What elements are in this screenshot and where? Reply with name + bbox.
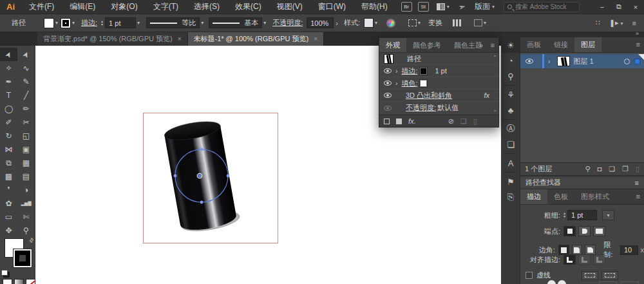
stroke-width-field[interactable]: 1 pt <box>105 17 136 28</box>
free-transform-tool[interactable]: ▣ <box>17 142 35 156</box>
align-center-button[interactable] <box>564 254 576 265</box>
target-circle-icon[interactable] <box>624 59 630 64</box>
graph-tool[interactable]: ▂▅▇ <box>17 196 35 210</box>
chevron-down-icon[interactable]: ▾ <box>201 20 204 26</box>
blend-tool[interactable]: ◑ <box>17 183 35 196</box>
stroke-tab-1[interactable]: 色板 <box>547 189 574 204</box>
chevron-down-icon[interactable]: ▾ <box>263 20 266 26</box>
clear-appearance-icon[interactable]: ⊘ <box>448 117 454 126</box>
recolor-artwork-icon[interactable] <box>386 19 395 28</box>
appearance-opacity-row[interactable]: 不透明度: 默认值 ⌄ <box>379 102 498 114</box>
limit-field[interactable]: 10 <box>620 245 638 255</box>
scroll-down-icon[interactable]: ⌄ <box>493 107 497 113</box>
collapse-panel-icon[interactable]: » <box>479 41 483 49</box>
slice-tool[interactable]: ✄ <box>17 210 35 223</box>
fx-icon[interactable]: fx <box>484 91 489 99</box>
menu-item-8[interactable]: 帮助(H) <box>354 1 395 12</box>
menu-item-2[interactable]: 对象(O) <box>103 1 145 12</box>
delete-item-icon[interactable]: ▯ <box>473 117 477 126</box>
stock-button[interactable]: St <box>418 2 429 12</box>
fill-link[interactable]: 填色: <box>401 79 417 88</box>
stroke-link[interactable]: 描边: <box>401 66 417 76</box>
align-inside-button[interactable] <box>578 254 591 265</box>
opacity-link[interactable]: 不透明度: <box>406 103 436 113</box>
expand-row-icon[interactable]: › <box>395 68 397 75</box>
shaper-tool[interactable]: ◯ <box>0 102 17 115</box>
appearance-tab-0[interactable]: 外观 <box>379 38 406 52</box>
selection-tool[interactable]: ➤ <box>0 48 17 61</box>
artboard-tool[interactable]: ▭ <box>0 210 17 223</box>
recolor-artwork-icon[interactable]: ⚲ <box>501 68 520 84</box>
chevron-down-icon[interactable]: ▾ <box>447 4 450 10</box>
paintbrush-tool[interactable]: ✏ <box>17 102 35 115</box>
duplicate-item-icon[interactable]: ❏ <box>460 117 467 126</box>
brush-definition-dropdown[interactable]: 基本 <box>209 17 262 28</box>
close-button[interactable]: × <box>627 1 644 14</box>
dash-align-button[interactable] <box>601 271 618 280</box>
weight-dropdown[interactable]: ▾ <box>602 210 614 220</box>
bridge-button[interactable]: Br <box>401 2 412 12</box>
layer-thumbnail[interactable] <box>557 56 570 66</box>
share-icon[interactable]: ➣ <box>457 1 466 12</box>
color-guide-icon[interactable]: ◔ <box>501 53 520 68</box>
pen-tool[interactable]: ✒ <box>0 75 17 88</box>
opacity-more-button[interactable]: › <box>336 19 338 27</box>
make-mask-icon[interactable]: ◘ <box>598 165 602 173</box>
pencil-tool[interactable]: ✐ <box>0 115 17 129</box>
menu-item-1[interactable]: 编辑(E) <box>62 1 103 12</box>
scroll-up-icon[interactable]: ⌃ <box>493 55 497 61</box>
lasso-tool[interactable]: ∿ <box>17 61 35 75</box>
dock-options-icon[interactable]: ❚▸▾ <box>609 19 623 27</box>
layer-name[interactable]: 图层 1 <box>573 57 593 66</box>
color-button[interactable] <box>3 279 12 284</box>
scissors-tool[interactable]: ✂ <box>17 115 35 129</box>
mesh-tool[interactable]: ▩ <box>0 169 17 183</box>
pathfinder-panel-header[interactable]: 路径查找器 ≡ <box>520 175 644 189</box>
chevron-down-icon[interactable]: ▾ <box>72 20 75 26</box>
add-stroke-icon[interactable] <box>384 118 390 124</box>
default-fill-stroke-icon[interactable] <box>1 270 8 276</box>
eyedropper-tool[interactable]: ❜ <box>0 183 17 196</box>
opacity-link[interactable]: 不透明度: <box>272 18 303 28</box>
swap-fill-stroke-icon[interactable]: ⇄ <box>28 236 35 244</box>
weight-field[interactable]: 1 pt <box>567 210 597 220</box>
arrowhead-dropdown[interactable] <box>599 281 617 284</box>
appearance-tab-1[interactable]: 颜色参考 <box>406 38 448 52</box>
workspace-switcher[interactable]: 版面 ▾ <box>475 1 495 12</box>
collapse-dock-icon[interactable]: » <box>636 30 639 37</box>
stroke-tab-2[interactable]: 图形样式 <box>574 189 616 204</box>
join-miter-button[interactable] <box>558 245 569 255</box>
stock-search-input[interactable]: 搜索 Adobe Stock <box>504 2 580 12</box>
panel-menu-icon[interactable]: ≡ <box>636 41 640 48</box>
appearance-fill-row[interactable]: › 填色: <box>379 77 498 90</box>
fill-stroke-indicator[interactable]: ⇄ <box>0 237 35 277</box>
select-similar-icon[interactable] <box>474 19 482 26</box>
rotate-tool[interactable]: ↻ <box>0 129 17 142</box>
stroke-stepper[interactable]: ▴▾ <box>101 20 103 26</box>
document-tab-0[interactable]: 背景渐变.psd* @ 150% (RGB/GPU 预览)× <box>37 32 188 46</box>
asset-export-icon[interactable]: ⎘ <box>501 189 520 205</box>
arrowhead-start-preview[interactable] <box>547 280 556 284</box>
appearance-stroke-row[interactable]: › 描边: 1 pt <box>379 65 498 77</box>
menu-item-6[interactable]: 视图(V) <box>269 1 310 12</box>
color-icon[interactable]: ☀ <box>501 37 520 53</box>
appearance-effect-row[interactable]: 3D 凸出和斜角 fx <box>379 90 498 102</box>
artboards-icon[interactable]: ⚑ <box>501 174 520 189</box>
menu-item-7[interactable]: 窗口(W) <box>310 1 354 12</box>
visibility-eye-icon[interactable] <box>384 80 392 86</box>
line-segment-tool[interactable]: ╱ <box>17 88 35 102</box>
magic-wand-tool[interactable]: ✧ <box>0 61 17 75</box>
fill-swatch[interactable] <box>420 80 427 87</box>
expand-layer-icon[interactable]: › <box>548 58 550 65</box>
visibility-eye-icon[interactable] <box>526 59 533 64</box>
curvature-tool[interactable]: ✎ <box>17 75 35 88</box>
join-round-button[interactable] <box>572 245 583 255</box>
expand-row-icon[interactable]: › <box>395 80 397 87</box>
hand-tool[interactable]: ✥ <box>0 223 17 237</box>
zoom-tool[interactable]: ⚲ <box>17 223 35 237</box>
arrange-documents-icon[interactable] <box>437 3 445 10</box>
direct-selection-tool[interactable]: ➤ <box>17 48 35 61</box>
locate-object-icon[interactable]: ⚲ <box>585 165 590 173</box>
panel-menu-icon[interactable]: ≡ <box>635 179 639 187</box>
symbol-sprayer-tool[interactable]: ✿ <box>0 196 17 210</box>
